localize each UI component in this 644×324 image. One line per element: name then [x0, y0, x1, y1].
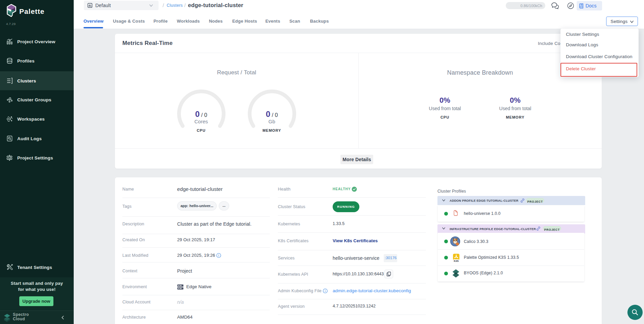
- svg-text:K3S: K3S: [454, 259, 459, 263]
